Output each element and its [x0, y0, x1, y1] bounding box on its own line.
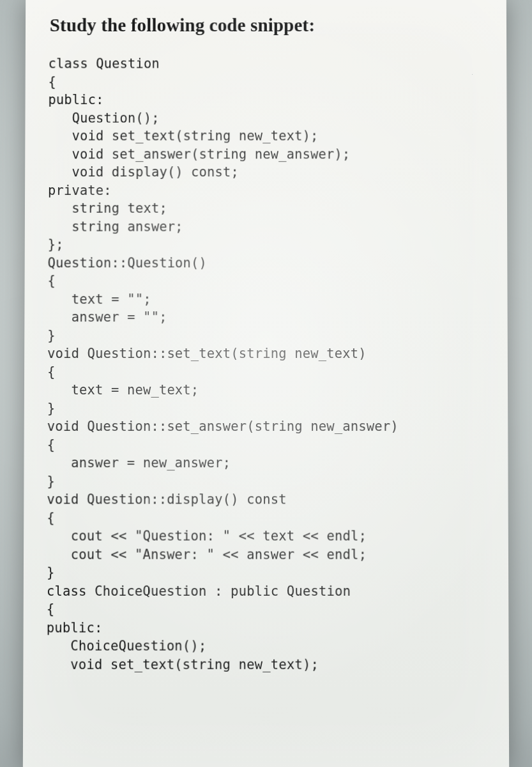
document-page: Study the following code snippet: class … [23, 0, 509, 767]
code-snippet: class Question { public: Question(); voi… [47, 55, 486, 674]
question-heading: Study the following code snippet: [50, 15, 483, 36]
